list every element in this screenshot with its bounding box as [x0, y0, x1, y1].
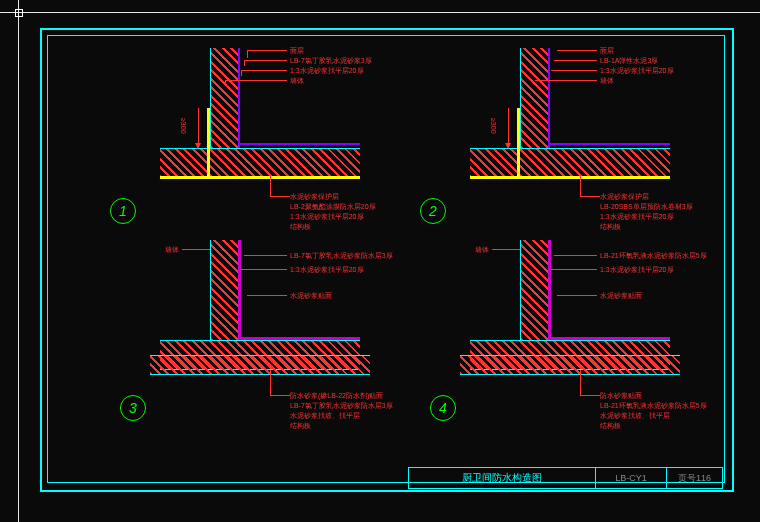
note-text: 防水砂浆(掺LB-22防水剂)贴面: [290, 391, 383, 400]
note-text: 水泥砂浆保护层: [600, 192, 649, 201]
detail-number-circle: 3: [120, 395, 146, 421]
dim-line: [198, 108, 199, 148]
leader: [551, 70, 597, 71]
leader: [247, 295, 287, 296]
note-text: 水泥砂浆贴面: [600, 291, 642, 300]
leader: [247, 50, 287, 51]
crosshair-vertical: [18, 0, 19, 522]
leader: [554, 255, 597, 256]
cursor-pickbox: [15, 9, 23, 17]
note-text: 水泥砂浆找坡、找平层: [290, 411, 360, 420]
note-text: 1:3水泥砂浆找平层20厚: [600, 66, 674, 75]
leader: [270, 395, 290, 396]
drawing-title: 厨卫间防水构造图: [408, 467, 596, 489]
note-text: 水泥砂浆保护层: [290, 192, 339, 201]
mortar-layer-h: [240, 138, 360, 144]
leader: [535, 80, 597, 81]
note-text: 墙体: [600, 76, 614, 85]
mortar-layer: [240, 48, 246, 148]
page-number: 页号116: [667, 467, 723, 489]
note-text: 1:3水泥砂浆找平层20厚: [290, 265, 364, 274]
wall-section: [520, 240, 550, 340]
wall-section: [210, 240, 240, 340]
detail-1: 面层 LB-7氯丁胶乳水泥砂浆3厚 1:3水泥砂浆找平层20厚 墙体 ≥300 …: [110, 48, 410, 248]
waterproof-membrane-v: [207, 108, 210, 178]
arrow-icon: [505, 143, 511, 149]
cad-viewport[interactable]: 面层 LB-7氯丁胶乳水泥砂浆3厚 1:3水泥砂浆找平层20厚 墙体 ≥300 …: [0, 0, 760, 522]
leader: [270, 370, 271, 395]
dim-line: [508, 108, 509, 148]
waterproof-inner-h: [238, 337, 360, 340]
note-text: 结构板: [290, 421, 311, 430]
detail-number-circle: 1: [110, 198, 136, 224]
note-text: LB-2聚氨酯涂膜防水层20厚: [290, 202, 376, 211]
leader: [580, 176, 581, 196]
note-text: LB-7氯丁胶乳水泥砂浆3厚: [290, 56, 372, 65]
wall-section: [520, 48, 550, 148]
crosshair-horizontal: [0, 12, 760, 13]
leader: [580, 196, 600, 197]
leader: [270, 196, 290, 197]
note-text: 结构板: [600, 421, 621, 430]
wall-label: 墙体: [475, 245, 489, 254]
note-text: 1:3水泥砂浆找平层20厚: [290, 212, 364, 221]
leader: [244, 255, 287, 256]
leader: [557, 50, 597, 51]
note-text: 面层: [290, 46, 304, 55]
note-text: 结构板: [600, 222, 621, 231]
note-text: LB-20SBS单层预防水卷材3厚: [600, 202, 693, 211]
dimension-label: ≥300: [180, 118, 187, 134]
waterproof-membrane-h: [160, 176, 360, 179]
note-text: LB-1A弹性水泥3厚: [600, 56, 658, 65]
note-text: 1:3水泥砂浆找平层20厚: [600, 212, 674, 221]
leader: [247, 50, 248, 58]
leader: [244, 60, 287, 61]
dimension-label: ≥300: [490, 118, 497, 134]
mortar-layer: [550, 48, 556, 148]
floor-slab-lower: [460, 355, 680, 375]
note-text: LB-7氯丁胶乳水泥砂浆防水层3厚: [290, 251, 393, 260]
note-text: 1:3水泥砂浆找平层20厚: [290, 66, 364, 75]
note-text: LB-21环氧乳液水泥砂浆防水层5厚: [600, 401, 707, 410]
waterproof-inner-h: [548, 337, 670, 340]
leader: [557, 295, 597, 296]
leader: [580, 395, 600, 396]
leader: [241, 70, 287, 71]
detail-number: 3: [129, 400, 137, 416]
leader: [554, 60, 597, 61]
detail-number: 2: [429, 203, 437, 219]
waterproof-membrane-h: [470, 176, 670, 179]
leader: [225, 80, 287, 81]
leader: [241, 269, 287, 270]
detail-number: 1: [119, 203, 127, 219]
leader: [580, 370, 581, 395]
drawing-code: LB-CY1: [596, 467, 667, 489]
note-text: 水泥砂浆贴面: [290, 291, 332, 300]
waterproof-membrane-v: [517, 108, 520, 178]
leader: [182, 249, 210, 250]
note-text: 水泥砂浆找坡、找平层: [600, 411, 670, 420]
detail-2: 面层 LB-1A弹性水泥3厚 1:3水泥砂浆找平层20厚 墙体 ≥300 水泥砂…: [420, 48, 720, 248]
wall-label: 墙体: [165, 245, 179, 254]
detail-number-circle: 2: [420, 198, 446, 224]
note-text: LB-7氯丁胶乳水泥砂浆防水层3厚: [290, 401, 393, 410]
note-text: 防水砂浆贴面: [600, 391, 642, 400]
arrow-icon: [195, 143, 201, 149]
leader: [492, 249, 520, 250]
mortar-layer-h: [550, 138, 670, 144]
floor-slab: [470, 148, 670, 178]
floor-slab: [160, 148, 360, 178]
mortar: [241, 331, 360, 337]
note-text: 1:3水泥砂浆找平层20厚: [600, 265, 674, 274]
detail-number: 4: [439, 400, 447, 416]
wall-section: [210, 48, 240, 148]
leader: [270, 176, 271, 196]
floor-slab-lower: [150, 355, 370, 375]
detail-number-circle: 4: [430, 395, 456, 421]
detail-4: 墙体 LB-21环氧乳液水泥砂浆防水层5厚 1:3水泥砂浆找平层20厚 水泥砂浆…: [420, 255, 720, 455]
detail-3: 墙体 LB-7氯丁胶乳水泥砂浆防水层3厚 1:3水泥砂浆找平层20厚 水泥砂浆贴…: [110, 255, 410, 455]
note-text: 面层: [600, 46, 614, 55]
note-text: LB-21环氧乳液水泥砂浆防水层5厚: [600, 251, 707, 260]
leader: [551, 269, 597, 270]
mortar: [551, 331, 670, 337]
